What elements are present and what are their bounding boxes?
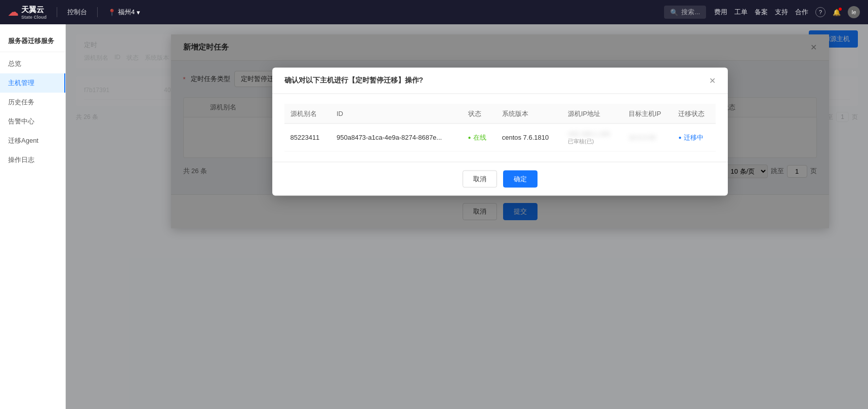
search-icon: 🔍 — [670, 9, 678, 16]
workorder-link[interactable]: 工单 — [734, 8, 748, 17]
confirm-os: centos 7.6.1810 — [496, 124, 562, 151]
migrating-badge: 迁移中 — [678, 133, 709, 142]
dstip-blurred: 10.0.0.50 — [629, 134, 667, 141]
confirm-th-dstip: 目标主机IP — [623, 104, 673, 124]
sidebar-title: 服务器迁移服务 — [0, 30, 65, 52]
main-area: 添加源主机 定时 源机别名ID状态系统版本源机IP地址目标主机IP迁移状态 f7… — [66, 24, 868, 409]
location-selector[interactable]: 📍 福州4 ▾ — [108, 8, 140, 17]
sidebar-item-agent[interactable]: 迁移Agent — [0, 131, 65, 150]
confirm-th-id: ID — [330, 104, 462, 124]
confirm-migrate: 迁移中 — [672, 124, 715, 151]
pin-icon: 📍 — [108, 9, 116, 16]
outer-dialog: 新增定时任务 ✕ * 定时任务类型 定时暂停迁移 ▾ * — [171, 34, 829, 228]
inner-cancel-button[interactable]: 取消 — [463, 170, 497, 187]
logo-sub: State Cloud — [21, 15, 47, 20]
logo-text: 天翼云 — [21, 5, 47, 15]
confirm-id: 950a8473-a1ca-4e9a-8274-8687e... — [330, 124, 462, 151]
search-placeholder: 搜索... — [681, 8, 700, 17]
confirm-th-migrate: 迁移状态 — [672, 104, 715, 124]
search-bar[interactable]: 🔍 搜索... — [664, 6, 706, 19]
topnav: ☁ 天翼云 State Cloud 控制台 📍 福州4 ▾ 🔍 搜索... 费用… — [0, 0, 868, 24]
confirm-th-os: 系统版本 — [496, 104, 562, 124]
confirm-table-row: 85223411 950a8473-a1ca-4e9a-8274-8687e..… — [284, 124, 716, 151]
confirm-status: 在线 — [462, 124, 496, 151]
nav-divider1 — [57, 7, 57, 17]
confirm-alias: 85223411 — [284, 124, 331, 151]
srcip-blurred: 192.168.1.100 — [568, 130, 616, 137]
nav-divider2 — [97, 7, 98, 17]
beian-link[interactable]: 备案 — [755, 8, 768, 17]
inner-dialog-close-button[interactable]: ✕ — [709, 75, 716, 85]
console-link[interactable]: 控制台 — [67, 8, 87, 17]
sidebar-item-overview[interactable]: 总览 — [0, 54, 65, 73]
confirm-srcip: 192.168.1.100 已审核(已) — [562, 124, 623, 151]
confirm-table: 源机别名 ID 状态 系统版本 源机IP地址 目标主机IP 迁移状态 — [284, 104, 716, 151]
user-avatar[interactable]: Ie — [848, 6, 860, 18]
sidebar-item-host-manage[interactable]: 主机管理 — [0, 73, 65, 93]
sidebar: 服务器迁移服务 总览 主机管理 历史任务 告警中心 迁移Agent 操作日志 — [0, 24, 66, 409]
help-icon[interactable]: ? — [815, 7, 825, 17]
confirm-table-header: 源机别名 ID 状态 系统版本 源机IP地址 目标主机IP 迁移状态 — [284, 104, 716, 124]
main-layout: 服务器迁移服务 总览 主机管理 历史任务 告警中心 迁移Agent 操作日志 添… — [0, 24, 868, 409]
sidebar-item-log[interactable]: 操作日志 — [0, 150, 65, 170]
support-link[interactable]: 支持 — [775, 8, 788, 17]
status-online-badge: 在线 — [468, 133, 490, 142]
topnav-right: 费用 工单 备案 支持 合作 ? 🔔 Ie — [714, 6, 860, 18]
sidebar-item-alert[interactable]: 告警中心 — [0, 112, 65, 131]
chevron-down-icon: ▾ — [137, 9, 140, 16]
cloud-icon: ☁ — [8, 6, 18, 18]
partner-link[interactable]: 合作 — [795, 8, 808, 17]
confirm-th-alias: 源机别名 — [284, 104, 331, 124]
logo[interactable]: ☁ 天翼云 State Cloud — [8, 5, 47, 20]
inner-dialog-title: 确认对以下主机进行【定时暂停迁移】操作? — [284, 76, 424, 85]
location-text: 福州4 — [118, 8, 135, 17]
srcip-sub: 已审核(已) — [568, 137, 616, 145]
notification-dot — [839, 8, 842, 11]
confirm-th-status: 状态 — [462, 104, 496, 124]
notification-bell[interactable]: 🔔 — [833, 9, 841, 16]
confirm-th-srcip: 源机IP地址 — [562, 104, 623, 124]
inner-confirm-button[interactable]: 确定 — [503, 170, 538, 187]
sidebar-item-history[interactable]: 历史任务 — [0, 93, 65, 112]
inner-dialog-footer: 取消 确定 — [272, 161, 728, 195]
inner-dialog-body: 源机别名 ID 状态 系统版本 源机IP地址 目标主机IP 迁移状态 — [272, 94, 728, 161]
inner-confirm-dialog: 确认对以下主机进行【定时暂停迁移】操作? ✕ 源机别名 ID 状态 系统版本 源… — [272, 67, 728, 195]
inner-dialog-header: 确认对以下主机进行【定时暂停迁移】操作? ✕ — [272, 67, 728, 94]
confirm-dstip: 10.0.0.50 — [623, 124, 673, 151]
fee-link[interactable]: 费用 — [714, 8, 727, 17]
